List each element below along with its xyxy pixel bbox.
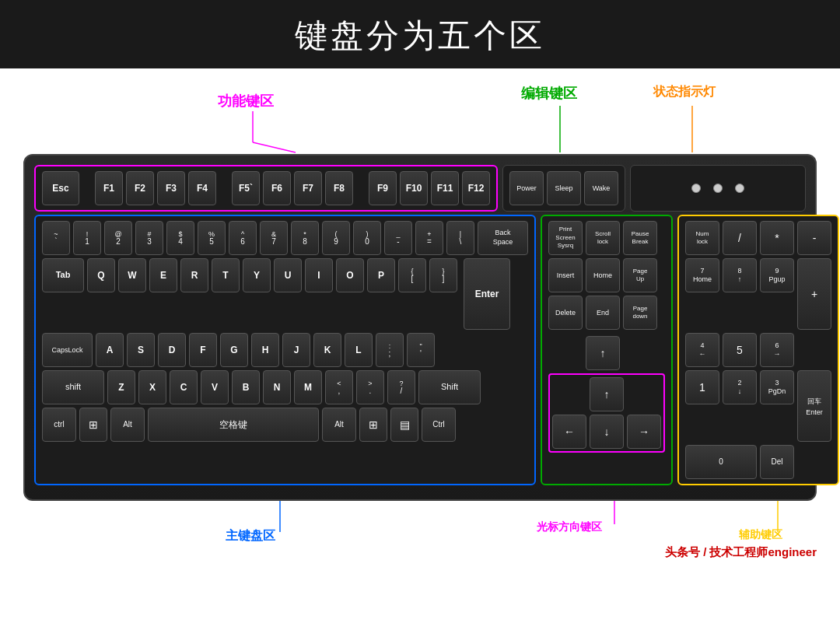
key-printscreen[interactable]: PrintScreenSysrq [548, 221, 583, 255]
key-scrolllock[interactable]: Scrolllock [586, 221, 620, 255]
key-num-plus[interactable]: + [797, 258, 831, 330]
key-power[interactable]: Power [509, 171, 544, 205]
key-f2[interactable]: F2 [126, 171, 154, 205]
key-g[interactable]: G [220, 333, 248, 367]
key-5[interactable]: %5 [198, 221, 226, 255]
key-n[interactable]: N [263, 370, 291, 404]
key-alt-right[interactable]: Alt [322, 408, 356, 442]
key-home[interactable]: Home [586, 258, 620, 292]
key-tab[interactable]: Tab [42, 258, 84, 292]
key-r[interactable]: R [180, 258, 208, 292]
key-b[interactable]: B [232, 370, 260, 404]
key-f8[interactable]: F8 [325, 171, 353, 205]
key-shift-right[interactable]: Shift [418, 370, 481, 404]
key-f11[interactable]: F11 [431, 171, 459, 205]
key-num-minus[interactable]: - [797, 221, 831, 255]
key-left[interactable]: ← [552, 415, 586, 449]
key-l[interactable]: L [345, 333, 373, 367]
key-f10[interactable]: F10 [400, 171, 428, 205]
key-menu[interactable]: ▤ [390, 408, 418, 442]
key-z[interactable]: Z [107, 370, 135, 404]
key-9[interactable]: (9 [322, 221, 350, 255]
key-lbracket[interactable]: {[ [398, 258, 426, 292]
key-m[interactable]: M [294, 370, 322, 404]
key-esc[interactable]: Esc [42, 171, 79, 205]
key-win-right[interactable]: ⊞ [359, 408, 387, 442]
key-numlock[interactable]: Numlock [685, 221, 719, 255]
key-f3[interactable]: F3 [157, 171, 185, 205]
key-4[interactable]: $4 [166, 221, 194, 255]
key-a[interactable]: A [96, 333, 124, 367]
key-end[interactable]: End [586, 296, 620, 330]
key-space[interactable]: 空格键 [148, 408, 319, 442]
key-right[interactable]: → [627, 415, 661, 449]
key-0[interactable]: )0 [353, 221, 381, 255]
key-f7[interactable]: F7 [294, 171, 322, 205]
key-tilde[interactable]: ~` [42, 221, 70, 255]
key-c[interactable]: C [170, 370, 198, 404]
key-2[interactable]: @2 [104, 221, 132, 255]
key-f12[interactable]: F12 [462, 171, 490, 205]
key-f9[interactable]: F9 [369, 171, 397, 205]
key-v[interactable]: V [201, 370, 229, 404]
key-ctrl-left[interactable]: ctrl [42, 408, 76, 442]
key-win-left[interactable]: ⊞ [79, 408, 107, 442]
key-6[interactable]: ^6 [229, 221, 257, 255]
key-t[interactable]: T [212, 258, 240, 292]
key-pause[interactable]: PauseBreak [623, 221, 657, 255]
key-s[interactable]: S [127, 333, 155, 367]
key-num-4[interactable]: 4← [685, 333, 719, 367]
key-semicolon[interactable]: :; [376, 333, 404, 367]
key-slash[interactable]: ?/ [387, 370, 415, 404]
key-backslash[interactable]: |\ [446, 221, 474, 255]
key-d[interactable]: D [158, 333, 186, 367]
key-num-2[interactable]: 2↓ [723, 370, 757, 404]
key-u[interactable]: U [274, 258, 302, 292]
key-period[interactable]: >. [356, 370, 384, 404]
key-down[interactable]: ↓ [590, 415, 624, 449]
key-q[interactable]: Q [87, 258, 115, 292]
key-num-1[interactable]: 1 [685, 370, 719, 404]
key-num-7[interactable]: 7Home [685, 258, 719, 292]
key-num-3[interactable]: 3PgDn [760, 370, 794, 404]
key-f5[interactable]: F5` [232, 171, 260, 205]
key-sleep[interactable]: Sleep [547, 171, 581, 205]
key-j[interactable]: J [282, 333, 310, 367]
key-o[interactable]: O [336, 258, 364, 292]
key-shift-left[interactable]: shift [42, 370, 104, 404]
key-f6[interactable]: F6 [263, 171, 291, 205]
key-up-arrow[interactable]: ↑ [590, 377, 624, 411]
key-num-6[interactable]: 6→ [760, 333, 794, 367]
key-num-5[interactable]: 5 [723, 333, 757, 367]
key-8[interactable]: *8 [291, 221, 319, 255]
key-y[interactable]: Y [243, 258, 271, 292]
key-f1[interactable]: F1 [95, 171, 123, 205]
key-insert[interactable]: Insert [548, 258, 583, 292]
key-wake[interactable]: Wake [584, 171, 618, 205]
key-ctrl-right[interactable]: Ctrl [422, 408, 456, 442]
key-quote[interactable]: "' [407, 333, 435, 367]
key-1[interactable]: !1 [73, 221, 101, 255]
key-k[interactable]: K [313, 333, 341, 367]
key-e[interactable]: E [149, 258, 177, 292]
key-3[interactable]: #3 [135, 221, 163, 255]
key-f4[interactable]: F4 [188, 171, 216, 205]
key-h[interactable]: H [251, 333, 279, 367]
key-pageup[interactable]: PageUp [623, 258, 657, 292]
key-num-0[interactable]: 0 [685, 445, 757, 479]
key-delete[interactable]: Delete [548, 296, 583, 330]
key-num-9[interactable]: 9Pgup [760, 258, 794, 292]
key-alt-left[interactable]: Alt [110, 408, 145, 442]
key-w[interactable]: W [118, 258, 146, 292]
key-num-enter[interactable]: 回车Enter [797, 370, 831, 442]
key-comma[interactable]: <, [325, 370, 353, 404]
key-capslock[interactable]: CapsLock [42, 333, 93, 367]
key-i[interactable]: I [305, 258, 333, 292]
key-num-star[interactable]: * [760, 221, 794, 255]
key-num-8[interactable]: 8↑ [723, 258, 757, 292]
key-equals[interactable]: += [415, 221, 443, 255]
key-pagedown[interactable]: Pagedown [623, 296, 657, 330]
key-up[interactable]: ↑ [586, 336, 620, 370]
key-rbracket[interactable]: }] [429, 258, 457, 292]
key-7[interactable]: &7 [260, 221, 288, 255]
